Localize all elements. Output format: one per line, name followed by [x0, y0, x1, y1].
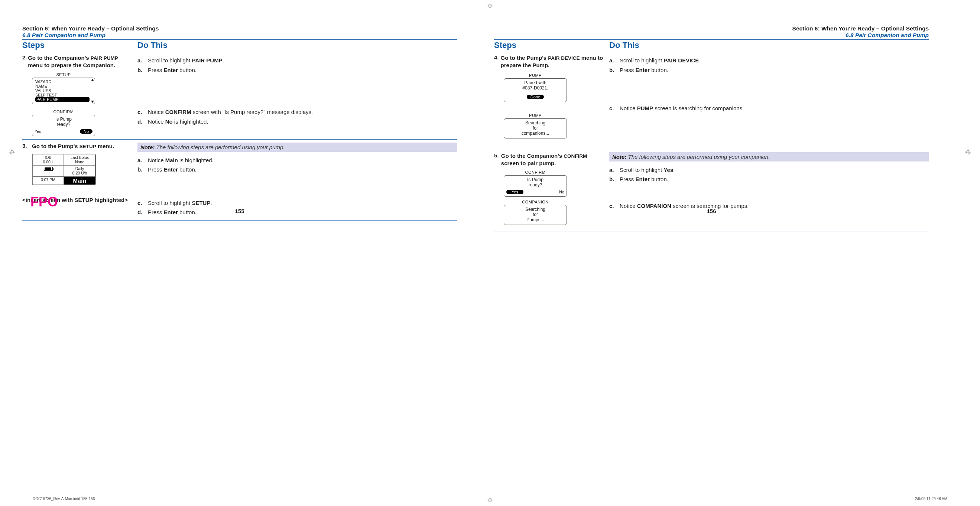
col-head-dothis: Do This: [137, 40, 167, 51]
document-spread: Section 6: When You're Ready – Optional …: [0, 0, 980, 506]
running-head-left: Section 6: When You're Ready – Optional …: [22, 25, 457, 39]
rule: [494, 232, 929, 232]
scroll-down-icon: [91, 101, 94, 103]
confirm-no-selected: No: [80, 129, 92, 134]
scroll-up-icon: [91, 79, 94, 81]
registration-mark-bottom: [487, 497, 493, 503]
step-4-substeps-2: c.Notice PUMP screen is searching for co…: [609, 103, 929, 113]
pump-main-screen: IOB0.00U Last BolusNone Daily0.20 U/h 3:…: [32, 154, 96, 185]
page-number-156: 156: [706, 208, 716, 214]
pump-paired-screen: PUMP Paired with #087-D0021. Done: [504, 73, 567, 102]
section-subtitle: 6.8 Pair Companion and Pump: [22, 32, 457, 39]
footer-timestamp: 2/9/09 11:29:48 AM: [915, 497, 947, 501]
step-5-row: 5. Go to the Companion's CONFIRM screen …: [494, 149, 929, 228]
step-2-text: Go to the Companion's PAIR PUMP menu to …: [28, 54, 132, 70]
footer-slug: DOC15736_Rev-A-Man.indd 155-156: [33, 497, 95, 501]
page-155: Section 6: When You're Ready – Optional …: [22, 11, 457, 232]
page-156: Section 6: When You're Ready – Optional …: [494, 11, 929, 232]
registration-mark-left: [9, 149, 15, 155]
fpo-label: FPO: [30, 194, 58, 211]
companion-searching-screen: COMPANION Searching for Pumps...: [504, 200, 567, 225]
pair-pump-selected: PAIR PUMP: [35, 97, 89, 102]
step-2-substeps-1: a.Scroll to highlight PAIR PUMP. b.Press…: [137, 56, 457, 75]
confirm-no: No: [559, 190, 564, 194]
step-5-substeps-1: a.Scroll to highlight Yes. b.Press Enter…: [609, 165, 929, 184]
done-button: Done: [527, 95, 544, 99]
col-head-steps: Steps: [494, 40, 609, 51]
note-box: Note: The following steps are performed …: [137, 143, 457, 152]
registration-mark-right: [965, 149, 971, 155]
step-2-substeps-2: c.Notice CONFIRM screen with "Is Pump re…: [137, 107, 457, 126]
step-3-substeps-2: c.Scroll to highlight SETUP. d.Press Ent…: [137, 198, 457, 217]
page-number-155: 155: [235, 208, 244, 214]
section-title: Section 6: When You're Ready – Optional …: [22, 25, 457, 32]
registration-mark-top: [487, 3, 493, 9]
column-headers: Steps Do This: [22, 40, 457, 51]
step-4-substeps-1: a.Scroll to highlight PAIR DEVICE. b.Pre…: [609, 56, 929, 75]
step-3-number: 3.: [22, 143, 32, 150]
battery-icon: [44, 167, 53, 171]
confirm-yes-selected: Yes: [506, 190, 523, 194]
step-2-number: 2.: [22, 54, 28, 70]
step-3-substeps-1: a.Notice Main is highlighted. b.Press En…: [137, 155, 457, 174]
step-4-number: 4.: [494, 54, 501, 70]
main-highlighted: Main: [64, 176, 95, 185]
confirm-screen: CONFIRM Is Pump ready? Yes No: [32, 109, 95, 136]
confirm-yes: Yes: [35, 129, 41, 134]
col-head-steps: Steps: [22, 40, 137, 51]
rule: [22, 220, 457, 220]
step-3-text: Go to the Pump's SETUP menu.: [32, 143, 114, 150]
fpo-placeholder: FPO <insert screen with SETUP highlighte…: [22, 197, 132, 204]
running-head-right: Section 6: When You're Ready – Optional …: [494, 25, 929, 39]
section-title: Section 6: When You're Ready – Optional …: [494, 25, 929, 32]
step-4-row: 4. Go to the Pump's PAIR DEVICE menu to …: [494, 51, 929, 141]
confirm-screen-2: CONFIRM Is Pump ready? Yes No: [504, 170, 567, 197]
step-5-text: Go to the Companion's CONFIRM screen to …: [501, 152, 604, 167]
step-5-number: 5.: [494, 152, 501, 167]
pump-searching-screen: PUMP Searching for companions...: [504, 113, 567, 138]
column-headers: Steps Do This: [494, 40, 929, 51]
section-subtitle: 6.8 Pair Companion and Pump: [494, 32, 929, 39]
note-box: Note: The following steps are performed …: [609, 152, 929, 162]
step-5-substeps-2: c.Notice COMPANION screen is searching f…: [609, 201, 929, 211]
col-head-dothis: Do This: [609, 40, 640, 51]
step-4-text: Go to the Pump's PAIR DEVICE menu to pre…: [501, 54, 604, 70]
step-2-row: 2. Go to the Companion's PAIR PUMP menu …: [22, 51, 457, 139]
setup-screen: SETUP WIZARD NAME VALUES SELF TEST PAIR …: [32, 72, 95, 104]
